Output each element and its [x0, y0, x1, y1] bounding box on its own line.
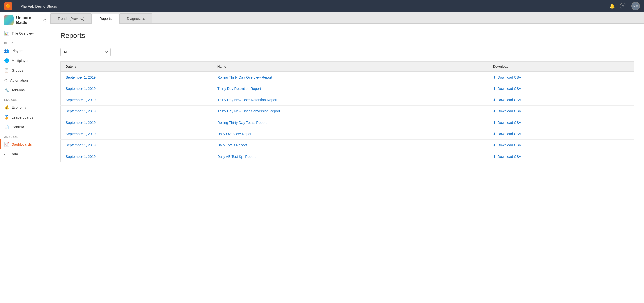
tab-trends[interactable]: Trends (Preview) — [50, 13, 92, 23]
groups-icon: 📋 — [4, 68, 9, 73]
build-section-label: BUILD — [0, 38, 50, 46]
download-icon: ⬇ — [493, 109, 496, 113]
cell-download: ⬇Download CSV — [488, 140, 634, 151]
date-link[interactable]: September 1, 2019 — [66, 75, 96, 79]
table-row: September 1, 2019Thirty Day Retention Re… — [61, 83, 634, 94]
sidebar-item-label: Groups — [12, 68, 23, 72]
reports-table-body: September 1, 2019Rolling Thirty Day Over… — [61, 72, 634, 162]
download-csv-link[interactable]: ⬇Download CSV — [493, 132, 629, 136]
sidebar-item-label: Content — [12, 125, 24, 129]
cell-name: Rolling Thirty Day Totals Report — [212, 117, 488, 128]
download-icon: ⬇ — [493, 155, 496, 159]
leaderboards-icon: 🏅 — [4, 115, 9, 120]
table-row: September 1, 2019Thirty Day New User Con… — [61, 106, 634, 117]
table-row: September 1, 2019Rolling Thirty Day Over… — [61, 72, 634, 83]
download-csv-link[interactable]: ⬇Download CSV — [493, 98, 629, 102]
page-title: Reports — [60, 32, 634, 40]
download-label: Download CSV — [497, 109, 521, 113]
download-icon: ⬇ — [493, 132, 496, 136]
download-csv-link[interactable]: ⬇Download CSV — [493, 109, 629, 113]
table-header: Date ↓ Name Download — [61, 62, 634, 72]
date-link[interactable]: September 1, 2019 — [66, 109, 96, 113]
table-row: September 1, 2019Daily Overview Report⬇D… — [61, 128, 634, 140]
download-label: Download CSV — [497, 87, 521, 91]
sidebar-item-label: Title Overview — [12, 31, 34, 35]
sidebar-item-content[interactable]: 📄 Content — [0, 122, 50, 132]
download-csv-link[interactable]: ⬇Download CSV — [493, 87, 629, 91]
cell-date: September 1, 2019 — [61, 72, 212, 83]
date-link[interactable]: September 1, 2019 — [66, 132, 96, 136]
filter-select[interactable]: All Daily Thirty Day Rolling Thirty Day — [60, 48, 111, 56]
cell-download: ⬇Download CSV — [488, 83, 634, 94]
help-icon[interactable]: ? — [620, 3, 626, 9]
download-label: Download CSV — [497, 143, 521, 147]
cell-name: Daily AB Test Kpi Report — [212, 151, 488, 162]
table-row: September 1, 2019Daily Totals Report⬇Dow… — [61, 140, 634, 151]
sidebar-item-leaderboards[interactable]: 🏅 Leaderboards — [0, 112, 50, 122]
download-csv-link[interactable]: ⬇Download CSV — [493, 143, 629, 147]
table-row: September 1, 2019Daily AB Test Kpi Repor… — [61, 151, 634, 162]
cell-download: ⬇Download CSV — [488, 106, 634, 117]
date-link[interactable]: September 1, 2019 — [66, 121, 96, 125]
sidebar-item-groups[interactable]: 📋 Groups — [0, 65, 50, 75]
report-name-link[interactable]: Daily Overview Report — [217, 132, 252, 136]
cell-date: September 1, 2019 — [61, 83, 212, 94]
dashboards-icon: 📈 — [4, 142, 9, 147]
nav-icons: 🔔 ? KE — [609, 2, 640, 10]
studio-name: PlayFab Demo Studio — [20, 4, 606, 8]
game-header: Unicorn Battle ⚙ — [0, 12, 50, 28]
date-link[interactable]: September 1, 2019 — [66, 143, 96, 147]
sidebar-item-label: Players — [12, 49, 23, 53]
players-icon: 👥 — [4, 48, 9, 53]
sidebar-item-automation[interactable]: ⚙ Automation — [0, 75, 50, 85]
tab-diagnostics[interactable]: Diagnostics — [119, 13, 152, 23]
sort-arrow-date: ↓ — [75, 65, 76, 68]
tab-bar: Trends (Preview) Reports Diagnostics — [50, 12, 644, 24]
report-name-link[interactable]: Thirty Day Retention Report — [217, 87, 261, 91]
cell-download: ⬇Download CSV — [488, 94, 634, 106]
user-avatar[interactable]: KE — [631, 2, 640, 10]
cell-name: Thirty Day New User Conversion Report — [212, 106, 488, 117]
cell-date: September 1, 2019 — [61, 151, 212, 162]
cell-download: ⬇Download CSV — [488, 117, 634, 128]
sidebar-item-addons[interactable]: 🔧 Add-ons — [0, 85, 50, 95]
report-name-link[interactable]: Rolling Thirty Day Totals Report — [217, 121, 267, 125]
report-name-link[interactable]: Daily AB Test Kpi Report — [217, 155, 256, 159]
report-name-link[interactable]: Thirty Day New User Retention Report — [217, 98, 277, 102]
table-row: September 1, 2019Rolling Thirty Day Tota… — [61, 117, 634, 128]
download-csv-link[interactable]: ⬇Download CSV — [493, 75, 629, 79]
playfab-logo: 🔶 — [4, 2, 12, 10]
report-name-link[interactable]: Thirty Day New User Conversion Report — [217, 109, 280, 113]
download-label: Download CSV — [497, 155, 521, 159]
sidebar-item-dashboards[interactable]: 📈 Dashboards — [0, 139, 50, 149]
report-name-link[interactable]: Daily Totals Report — [217, 143, 247, 147]
cell-date: September 1, 2019 — [61, 106, 212, 117]
cell-download: ⬇Download CSV — [488, 72, 634, 83]
download-csv-link[interactable]: ⬇Download CSV — [493, 155, 629, 159]
sidebar-item-players[interactable]: 👥 Players — [0, 46, 50, 56]
cell-name: Daily Overview Report — [212, 128, 488, 140]
report-name-link[interactable]: Rolling Thirty Day Overview Report — [217, 75, 272, 79]
date-link[interactable]: September 1, 2019 — [66, 155, 96, 159]
sidebar-item-data[interactable]: 🗃 Data — [0, 149, 50, 159]
sidebar-item-label: Automation — [10, 78, 28, 82]
sidebar-item-economy[interactable]: 💰 Economy — [0, 102, 50, 112]
reports-table: Date ↓ Name Download September 1, 2019Ro… — [60, 61, 634, 162]
download-label: Download CSV — [497, 98, 521, 102]
data-icon: 🗃 — [4, 152, 8, 156]
column-header-date[interactable]: Date ↓ — [61, 62, 212, 72]
download-csv-link[interactable]: ⬇Download CSV — [493, 121, 629, 125]
cell-date: September 1, 2019 — [61, 140, 212, 151]
sidebar-item-label: Add-ons — [12, 88, 25, 92]
date-link[interactable]: September 1, 2019 — [66, 87, 96, 91]
top-nav: 🔶 PlayFab Demo Studio 🔔 ? KE — [0, 0, 644, 12]
notification-icon[interactable]: 🔔 — [609, 3, 615, 9]
column-header-name: Name — [212, 62, 488, 72]
settings-icon[interactable]: ⚙ — [43, 18, 47, 23]
title-overview-icon: 📊 — [4, 31, 9, 36]
tab-reports[interactable]: Reports — [92, 14, 119, 24]
date-link[interactable]: September 1, 2019 — [66, 98, 96, 102]
cell-date: September 1, 2019 — [61, 128, 212, 140]
sidebar-item-multiplayer[interactable]: 🌐 Multiplayer — [0, 56, 50, 65]
sidebar-item-title-overview[interactable]: 📊 Title Overview — [0, 28, 50, 38]
